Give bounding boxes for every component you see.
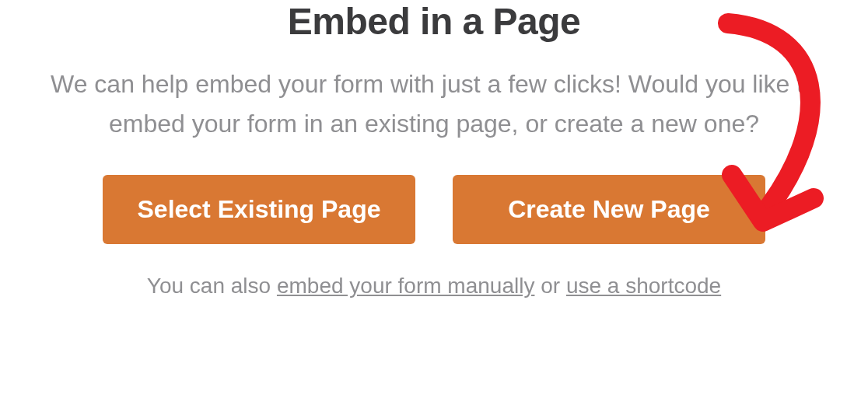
use-shortcode-link[interactable]: use a shortcode — [566, 274, 721, 298]
select-existing-page-button[interactable]: Select Existing Page — [103, 175, 415, 244]
modal-description: We can help embed your form with just a … — [22, 65, 846, 144]
embed-manually-link[interactable]: embed your form manually — [277, 274, 534, 298]
button-row: Select Existing Page Create New Page — [103, 175, 765, 244]
footer-prefix: You can also — [147, 274, 277, 298]
footer-middle: or — [534, 274, 565, 298]
modal-title: Embed in a Page — [288, 0, 581, 43]
create-new-page-button[interactable]: Create New Page — [453, 175, 765, 244]
footer-text: You can also embed your form manually or… — [147, 274, 721, 299]
